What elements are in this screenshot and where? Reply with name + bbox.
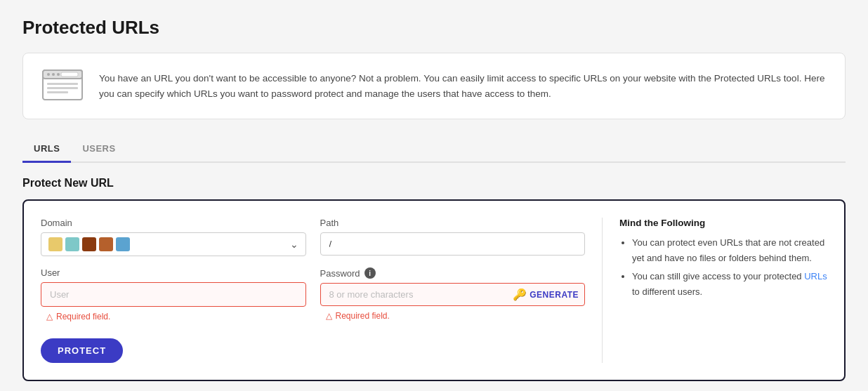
password-error-text: Required field. [336,311,390,321]
tab-urls[interactable]: URLS [22,136,71,163]
mind-panel: Mind the Following You can protect even … [603,218,827,363]
generate-button[interactable]: GENERATE [530,290,579,300]
form-left: Domain ⌄ Path [41,218,603,363]
password-label: Password [320,268,360,279]
domain-label: Domain [41,218,306,228]
swatch-5 [116,237,130,251]
svg-rect-8 [47,91,68,93]
swatch-2 [65,237,79,251]
path-label: Path [320,218,586,228]
mind-item-1: You can protect even URLs that are not c… [632,235,827,266]
section-title: Protect New URL [22,177,846,190]
mind-list: You can protect even URLs that are not c… [619,235,827,300]
user-label: User [41,267,306,278]
user-input-wrapper [41,282,306,307]
password-label-row: Password i [320,267,586,279]
user-error: △ Required field. [41,310,306,324]
domain-select[interactable]: ⌄ [41,232,306,256]
banner-text: You have an URL you don't want to be acc… [99,71,828,101]
page-container: Protected URLs You have an URL you don't… [0,0,868,391]
swatch-4 [99,237,113,251]
mind-title: Mind the Following [619,218,827,228]
form-card: Domain ⌄ Path [22,199,846,381]
warning-icon: △ [46,312,53,322]
key-icon: 🔑 [513,288,527,301]
bottom-fields-row: User △ Required field. Password i [41,267,585,324]
svg-point-2 [47,73,50,76]
svg-rect-6 [47,83,78,85]
svg-point-4 [57,73,60,76]
user-input[interactable] [43,284,304,305]
info-icon[interactable]: i [364,267,376,279]
path-group: Path [320,218,586,256]
warning-icon-password: △ [326,311,332,321]
domain-swatches [48,237,290,251]
mind-item-2: You can still give access to your protec… [632,269,827,300]
top-fields-row: Domain ⌄ Path [41,218,585,256]
password-input-wrapper: 🔑 GENERATE [320,283,586,306]
svg-rect-7 [47,87,78,89]
urls-link[interactable]: URLs [804,271,827,281]
protect-button[interactable]: PROTECT [41,338,123,363]
path-input[interactable] [320,232,586,256]
tabs: URLS USERS [22,136,846,163]
chevron-down-icon: ⌄ [290,239,298,250]
password-error: △ Required field. [320,309,586,324]
swatch-1 [48,237,63,251]
svg-point-3 [52,73,55,76]
user-group: User △ Required field. [41,267,306,324]
password-group: Password i 🔑 GENERATE △ Required field. [320,267,586,324]
page-title: Protected URLs [22,17,846,39]
svg-rect-5 [61,72,78,77]
info-banner: You have an URL you don't want to be acc… [22,53,846,119]
domain-group: Domain ⌄ [41,218,306,256]
user-error-text: Required field. [56,312,110,322]
password-input[interactable] [327,284,513,305]
browser-icon [40,67,85,105]
swatch-3 [82,237,96,251]
tab-users[interactable]: USERS [71,136,126,163]
